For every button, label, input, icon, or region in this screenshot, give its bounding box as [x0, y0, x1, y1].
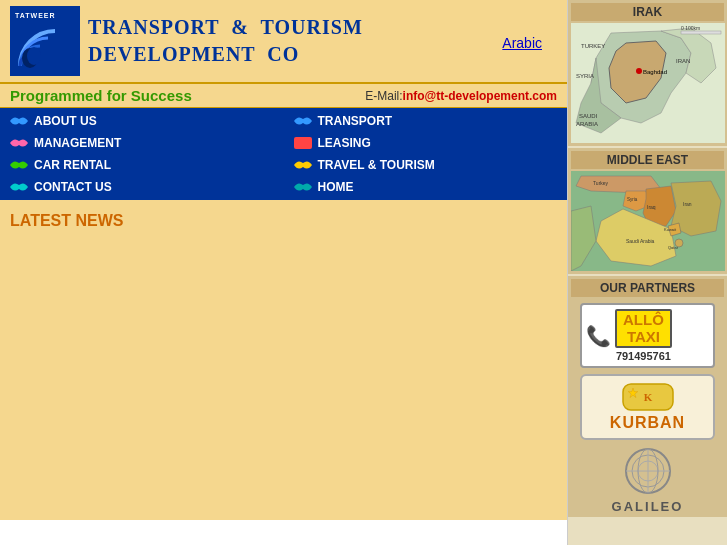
nav-about-us[interactable]: ABOUT US — [0, 110, 284, 132]
nav-icon-about — [8, 113, 30, 129]
middle-east-map[interactable]: Turkey Syria Iraq Iran Saudi Arabia Kuwa… — [571, 171, 725, 271]
nav-icon-home — [292, 179, 314, 195]
kurban-text: KURBAN — [588, 414, 707, 432]
nav-icon-travel — [292, 157, 314, 173]
tagline-text: Programmed for Success — [10, 87, 192, 104]
svg-text:SYRIA: SYRIA — [576, 73, 594, 79]
latest-news-title: LATEST NEWS — [10, 212, 557, 230]
svg-text:SAUDI: SAUDI — [579, 113, 598, 119]
allo-taxi-text: ALLÔ TAXI — [615, 309, 672, 348]
nav-contact-us[interactable]: CONTACT US — [0, 176, 284, 198]
nav-icon-car-rental — [8, 157, 30, 173]
kurban-logo-icon: K — [618, 382, 678, 412]
nav-icon-contact — [8, 179, 30, 195]
svg-rect-4 — [294, 137, 312, 149]
svg-text:Kuwait: Kuwait — [664, 227, 677, 232]
nav-transport[interactable]: TRANSPORT — [284, 110, 568, 132]
irak-map[interactable]: Baghdad TURKEY SYRIA IRAN SAUDI ARABIA 0… — [571, 23, 725, 143]
svg-text:Turkey: Turkey — [593, 180, 609, 186]
kurban-box[interactable]: K KURBAN — [580, 374, 715, 440]
email-link[interactable]: info@tt-developement.com — [403, 89, 557, 103]
galileo-text: GALILEO — [580, 499, 715, 514]
svg-rect-18 — [681, 31, 721, 34]
middle-east-section: MIDDLE EAST — [568, 148, 727, 274]
svg-text:Qatar: Qatar — [668, 245, 679, 250]
our-partners-section: OUR PARTNERS 📞 ALLÔ TAXI 791495761 — [568, 276, 727, 517]
our-partners-label: OUR PARTNERS — [571, 279, 724, 297]
svg-text:Iran: Iran — [683, 201, 692, 207]
allo-taxi-box[interactable]: 📞 ALLÔ TAXI 791495761 — [580, 303, 715, 368]
irak-label: IRAK — [571, 3, 724, 21]
middle-east-label: MIDDLE EAST — [571, 151, 724, 169]
content-area: LATEST NEWS — [0, 200, 567, 520]
nav-icon-transport — [292, 113, 314, 129]
svg-text:Iraq: Iraq — [647, 204, 656, 210]
galileo-logo-icon — [623, 446, 673, 496]
nav-icon-management — [8, 135, 30, 151]
svg-text:ARABIA: ARABIA — [576, 121, 598, 127]
svg-text:TURKEY: TURKEY — [581, 43, 605, 49]
taxi-phone-icon: 📞 — [586, 324, 611, 348]
svg-point-11 — [636, 68, 642, 74]
svg-point-3 — [27, 47, 41, 65]
bottom-bar — [0, 520, 567, 545]
nav-leasing[interactable]: LEASING — [284, 132, 568, 154]
middle-east-map-svg: Turkey Syria Iraq Iran Saudi Arabia Kuwa… — [571, 171, 725, 271]
svg-text:K: K — [643, 391, 652, 403]
galileo-box[interactable]: GALILEO — [580, 446, 715, 514]
svg-text:TATWEER: TATWEER — [15, 12, 56, 19]
news-content-area — [10, 240, 557, 490]
irak-map-svg: Baghdad TURKEY SYRIA IRAN SAUDI ARABIA 0… — [571, 23, 725, 143]
nav-travel-tourism[interactable]: TRAVEL & TOURISM — [284, 154, 568, 176]
company-title: Transport & TourismDevelopment Co — [88, 14, 363, 68]
arabic-link[interactable]: Arabic — [502, 35, 542, 51]
svg-text:0   100km: 0 100km — [681, 25, 700, 31]
svg-text:Saudi Arabia: Saudi Arabia — [626, 238, 655, 244]
allo-taxi-phone: 791495761 — [615, 350, 672, 362]
email-area: E-Mail:info@tt-developement.com — [365, 89, 557, 103]
nav-management[interactable]: MANAGEMENT — [0, 132, 284, 154]
svg-text:Baghdad: Baghdad — [643, 69, 667, 75]
nav-car-rental[interactable]: CAR RENTAL — [0, 154, 284, 176]
nav-bar: ABOUT US TRANSPORT MANAGEMENT LEASING — [0, 108, 567, 200]
tagline-bar: Programmed for Success E-Mail:info@tt-de… — [0, 82, 567, 108]
nav-icon-leasing — [292, 135, 314, 151]
company-logo: TATWEER — [10, 6, 80, 76]
logo-area: TATWEER Transport & TourismDevelopment C… — [10, 6, 363, 76]
irak-section: IRAK Baghdad — [568, 0, 727, 146]
svg-text:Syria: Syria — [627, 197, 638, 202]
nav-home[interactable]: HOME — [284, 176, 568, 198]
right-sidebar: IRAK Baghdad — [567, 0, 727, 545]
svg-text:IRAN: IRAN — [676, 58, 690, 64]
